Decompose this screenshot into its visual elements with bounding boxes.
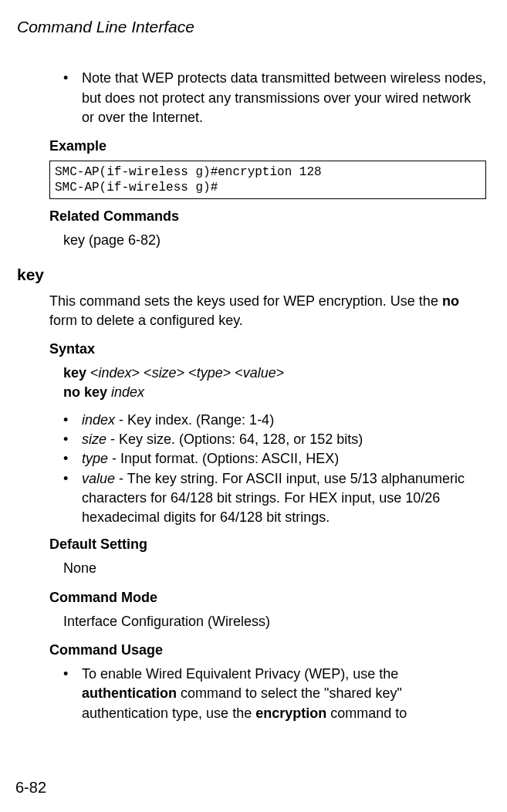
- syntax-kw-nokey: no key: [63, 384, 111, 400]
- usage-b1: authentication: [82, 685, 177, 701]
- param-name: type: [82, 451, 108, 466]
- desc-part1: This command sets the keys used for WEP …: [49, 293, 442, 309]
- syntax-index: index: [99, 365, 132, 381]
- syntax-value: value: [243, 365, 276, 381]
- related-commands-text: key (page 6-82): [63, 231, 486, 250]
- syntax-size: size: [152, 365, 177, 381]
- param-item: • index - Key index. (Range: 1-4): [63, 411, 486, 430]
- syntax-sep2: > <: [177, 365, 197, 381]
- example-code: SMC-AP(if-wireless g)#encryption 128 SMC…: [49, 161, 486, 199]
- default-setting-value: None: [63, 559, 486, 578]
- command-name: key: [17, 263, 486, 286]
- usage-bullet: • To enable Wired Equivalent Privacy (WE…: [63, 665, 486, 723]
- param-rest: - Key size. (Options: 64, 128, or 152 bi…: [106, 431, 363, 447]
- param-item: • type - Input format. (Options: ASCII, …: [63, 449, 486, 469]
- param-text: index - Key index. (Range: 1-4): [82, 411, 486, 430]
- param-text: type - Input format. (Options: ASCII, HE…: [82, 449, 486, 469]
- param-rest: - Input format. (Options: ASCII, HEX): [108, 451, 339, 466]
- bullet-marker: •: [63, 430, 82, 449]
- note-bullet: • Note that WEP protects data transmitte…: [63, 69, 486, 127]
- syntax-index2: index: [111, 384, 144, 400]
- param-rest: - Key index. (Range: 1-4): [115, 412, 274, 428]
- param-name: value: [82, 471, 115, 486]
- params-list: • index - Key index. (Range: 1-4) • size…: [63, 411, 486, 527]
- syntax-label: Syntax: [49, 340, 486, 359]
- desc-part2: form to delete a configured key.: [49, 313, 243, 328]
- usage-text: To enable Wired Equivalent Privacy (WEP)…: [82, 665, 486, 723]
- syntax-type: type: [197, 365, 223, 381]
- param-rest: - The key string. For ASCII input, use 5…: [82, 471, 465, 525]
- page-header: Command Line Interface: [17, 15, 490, 38]
- syntax-lt1: <: [90, 365, 99, 381]
- bullet-marker: •: [63, 69, 82, 127]
- command-mode-label: Command Mode: [49, 588, 486, 607]
- default-setting-label: Default Setting: [49, 535, 486, 554]
- syntax-sep1: > <: [132, 365, 152, 381]
- command-usage-label: Command Usage: [49, 641, 486, 660]
- bullet-marker: •: [63, 469, 82, 528]
- syntax-sep3: > <: [223, 365, 243, 381]
- page-content: • Note that WEP protects data transmitte…: [63, 69, 486, 722]
- param-item: • size - Key size. (Options: 64, 128, or…: [63, 430, 486, 449]
- param-text: size - Key size. (Options: 64, 128, or 1…: [82, 430, 486, 449]
- example-label: Example: [49, 137, 486, 156]
- command-description: This command sets the keys used for WEP …: [49, 292, 486, 330]
- bullet-marker: •: [63, 665, 82, 723]
- usage-t3: command to: [326, 705, 407, 721]
- syntax-line-2: no key index: [63, 383, 486, 401]
- syntax-line-1: key <index> <size> <type> <value>: [63, 364, 486, 382]
- syntax-gt: >: [276, 365, 285, 381]
- usage-b2: encryption: [255, 705, 326, 721]
- param-item: • value - The key string. For ASCII inpu…: [63, 469, 486, 528]
- bullet-marker: •: [63, 411, 82, 430]
- command-mode-value: Interface Configuration (Wireless): [63, 612, 486, 631]
- param-name: index: [82, 412, 115, 428]
- syntax-block: key <index> <size> <type> <value> no key…: [63, 364, 486, 401]
- note-text: Note that WEP protects data transmitted …: [82, 69, 486, 127]
- desc-no: no: [442, 293, 459, 309]
- param-text: value - The key string. For ASCII input,…: [82, 469, 486, 528]
- bullet-marker: •: [63, 449, 82, 469]
- param-name: size: [82, 431, 106, 447]
- syntax-kw-key: key: [63, 365, 90, 381]
- usage-t1: To enable Wired Equivalent Privacy (WEP)…: [82, 666, 398, 682]
- related-commands-label: Related Commands: [49, 207, 486, 226]
